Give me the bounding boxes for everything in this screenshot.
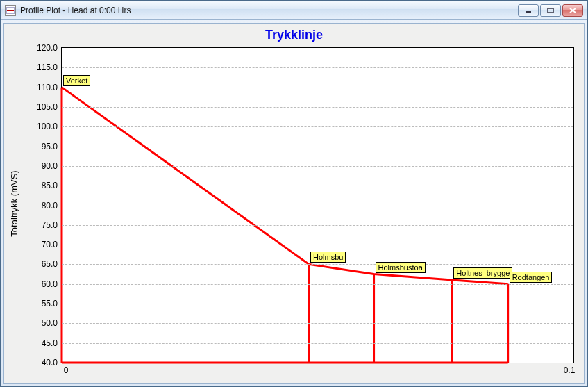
- gridline: [62, 343, 573, 344]
- y-tick-label: 95.0: [42, 142, 58, 151]
- y-tick-label: 70.0: [42, 240, 58, 249]
- y-tick-label: 50.0: [42, 318, 58, 328]
- node-label: Holtnes_brygge: [453, 267, 512, 279]
- node-label: Holmsbu: [310, 252, 346, 263]
- app-window: Profile Plot - Head at 0:00 Hrs Trykklin…: [0, 0, 588, 387]
- gridline: [62, 264, 573, 265]
- y-tick-label: 100.0: [37, 122, 58, 131]
- minimize-icon: [525, 8, 532, 13]
- y-tick-label: 115.0: [37, 63, 58, 72]
- window-title: Profile Plot - Head at 0:00 Hrs: [20, 6, 514, 15]
- gridline: [62, 166, 573, 167]
- gridline: [62, 88, 573, 88]
- gridline: [62, 67, 573, 68]
- node-label: Holmsbustoa: [376, 262, 426, 273]
- chart-title: Trykklinje: [4, 28, 584, 42]
- chart: Trykklinje Totaltrykk (mVS) 40.045.050.0…: [4, 24, 584, 383]
- y-tick-label: 85.0: [42, 181, 58, 190]
- y-tick-label: 60.0: [42, 279, 58, 289]
- y-tick-label: 55.0: [42, 299, 58, 308]
- y-tick-label: 45.0: [42, 338, 58, 348]
- client-area: Trykklinje Totaltrykk (mVS) 40.045.050.0…: [3, 23, 585, 384]
- y-tick-label: 80.0: [42, 201, 58, 211]
- gridline: [62, 225, 573, 226]
- gridline: [62, 147, 573, 147]
- gridline: [62, 186, 573, 186]
- y-axis-label: Totaltrykk (mVS): [9, 170, 19, 236]
- maximize-button[interactable]: [540, 4, 561, 17]
- titlebar[interactable]: Profile Plot - Head at 0:00 Hrs: [1, 1, 587, 20]
- y-tick-label: 105.0: [37, 102, 58, 112]
- y-tick-label: 40.0: [42, 358, 58, 368]
- gridline: [62, 304, 573, 304]
- y-tick-label: 120.0: [37, 43, 58, 53]
- gridline: [62, 323, 573, 324]
- app-icon: [5, 5, 16, 16]
- x-tick-label: 0: [64, 365, 69, 375]
- y-tick-label: 65.0: [42, 259, 58, 269]
- close-icon: [569, 8, 576, 13]
- svg-rect-1: [548, 8, 553, 13]
- node-label: Verket: [63, 75, 90, 86]
- gridline: [62, 126, 573, 127]
- gridline: [62, 206, 573, 206]
- close-button[interactable]: [562, 4, 583, 17]
- x-tick-label: 0.1: [564, 365, 576, 375]
- window-buttons: [518, 4, 583, 17]
- y-tick-label: 110.0: [37, 83, 58, 92]
- gridline: [62, 245, 573, 245]
- y-tick-label: 90.0: [42, 161, 58, 171]
- node-label: Rodtangen: [510, 272, 553, 283]
- maximize-icon: [547, 8, 554, 13]
- y-tick-label: 75.0: [42, 220, 58, 230]
- gridline: [62, 107, 573, 108]
- minimize-button[interactable]: [518, 4, 539, 17]
- gridline: [62, 284, 573, 285]
- plot-area: 40.045.050.055.060.065.070.075.080.085.0…: [61, 47, 574, 363]
